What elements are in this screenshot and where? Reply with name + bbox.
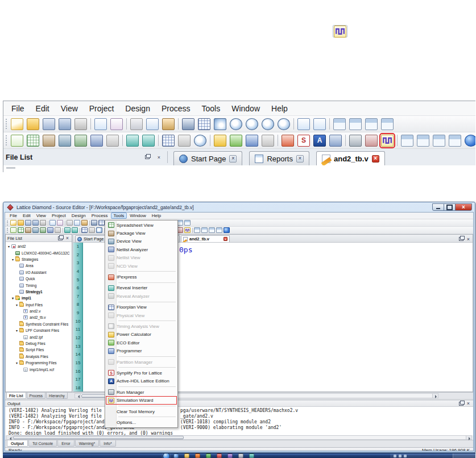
- close-tab-icon[interactable]: [223, 237, 227, 241]
- reveal-inserter-icon[interactable]: [64, 227, 71, 233]
- run-manager-icon[interactable]: [108, 389, 114, 395]
- float-panel-button[interactable]: [145, 155, 150, 159]
- app-purple-icon[interactable]: [227, 453, 233, 458]
- menu-help[interactable]: Help: [266, 104, 293, 113]
- floorplan-view-icon[interactable]: [162, 135, 175, 147]
- start-button[interactable]: [163, 453, 170, 458]
- tree-item-programming-files[interactable]: Programming Files: [6, 360, 72, 366]
- paste-icon[interactable]: [162, 118, 175, 130]
- window-c-icon[interactable]: [365, 118, 378, 130]
- physical-view-icon[interactable]: [178, 135, 191, 147]
- menu-item-floorplan-view[interactable]: Floorplan View: [106, 303, 177, 311]
- new-file-icon[interactable]: [10, 220, 16, 226]
- tab-and2-tb-v[interactable]: and2_tb.v: [316, 151, 385, 165]
- new-file-icon[interactable]: [11, 118, 23, 130]
- menu-window[interactable]: Window: [226, 104, 266, 113]
- active-hdl-icon[interactable]: A: [313, 135, 326, 147]
- spreadsheet-view-icon[interactable]: [108, 222, 114, 228]
- collapse-arrow-icon[interactable]: [15, 303, 19, 307]
- block-diagram-icon[interactable]: [329, 135, 342, 147]
- tree-item-and2-v[interactable]: and2.v: [6, 308, 72, 314]
- float-output-button[interactable]: [459, 402, 463, 406]
- close-tab-icon[interactable]: [372, 155, 379, 163]
- menu-file[interactable]: File: [6, 104, 30, 113]
- menu-item-device-view[interactable]: Device View: [106, 238, 177, 245]
- find-icon[interactable]: [91, 220, 97, 226]
- device-view-icon[interactable]: [108, 239, 114, 244]
- tab-hierarchy[interactable]: Hierarchy: [46, 393, 68, 399]
- report-magnifier-icon[interactable]: [214, 118, 226, 130]
- tray-icon[interactable]: [394, 455, 396, 457]
- ncd-view-icon[interactable]: [106, 135, 119, 147]
- window-b-icon[interactable]: [417, 135, 429, 147]
- window-a-icon[interactable]: [194, 227, 200, 233]
- menu-edit[interactable]: Edit: [20, 213, 34, 219]
- menu-item-reveal-inserter[interactable]: Reveal Inserter: [106, 284, 177, 292]
- netlist-analyzer-icon[interactable]: [90, 135, 103, 147]
- zoom-in-icon[interactable]: [230, 118, 242, 130]
- close-button[interactable]: [455, 203, 472, 211]
- floorplan-view-icon[interactable]: [81, 227, 88, 233]
- close-panel-button[interactable]: [65, 236, 70, 241]
- float-editor-button[interactable]: [459, 237, 463, 241]
- globe-icon[interactable]: [223, 227, 230, 233]
- close-panel-button[interactable]: [156, 155, 162, 160]
- globe-icon[interactable]: [465, 135, 475, 147]
- zoom-out-icon[interactable]: [246, 118, 258, 130]
- menu-item-ipexpress[interactable]: IPexpress: [106, 273, 177, 281]
- tab-file-list[interactable]: File List: [6, 393, 26, 399]
- tray-icon[interactable]: [399, 455, 402, 457]
- tray-icon[interactable]: [404, 455, 407, 457]
- spreadsheet-view-icon[interactable]: [27, 135, 39, 147]
- tree-item-lpf-constraint-files[interactable]: LPF Constraint Files: [6, 327, 72, 334]
- toolbar-grip[interactable]: [6, 135, 7, 145]
- physical-view-icon[interactable]: [89, 227, 95, 233]
- tree-item-lcmxo2-4000hc-4mg132c[interactable]: LCMXO2-4000HC-4MG132C: [6, 249, 72, 256]
- tab-start-page[interactable]: Start Page: [173, 151, 242, 165]
- eco-editor-icon[interactable]: [108, 340, 114, 345]
- eco-editor-icon[interactable]: [230, 135, 242, 147]
- tree-item-impl1[interactable]: impl1: [6, 295, 72, 301]
- menu-item-run-manager[interactable]: Run Manager: [106, 388, 177, 396]
- menu-item-simulation-wizard[interactable]: Simulation Wizard: [106, 396, 177, 404]
- close-tab-icon[interactable]: [229, 155, 237, 163]
- synplify-icon[interactable]: S: [297, 135, 310, 147]
- spreadsheet-view-icon[interactable]: [18, 227, 24, 233]
- menu-item-active-hdl-lattice-edition[interactable]: AActive-HDL Lattice Edition: [106, 377, 177, 385]
- app-gray-icon[interactable]: [238, 453, 243, 458]
- tree-item-quick[interactable]: Quick: [6, 276, 72, 282]
- print-icon[interactable]: [74, 118, 87, 130]
- save-all-icon[interactable]: [59, 118, 71, 130]
- device-view-icon[interactable]: [32, 227, 39, 233]
- media-player-icon[interactable]: [195, 453, 200, 458]
- timing-analysis-icon[interactable]: [108, 323, 114, 329]
- package-view-icon[interactable]: [108, 231, 114, 236]
- menu-window[interactable]: Window: [127, 213, 148, 219]
- menu-item-eco-editor[interactable]: ECO Editor: [106, 339, 177, 347]
- tree-item-and2[interactable]: and2: [6, 243, 72, 249]
- collapse-arrow-icon[interactable]: [15, 361, 19, 365]
- tree-item-debug-files[interactable]: Debug Files: [6, 340, 72, 347]
- active-hdl-icon[interactable]: A: [108, 378, 114, 384]
- table-icon[interactable]: [198, 118, 210, 130]
- floorplan-view-icon[interactable]: [108, 305, 114, 310]
- save-icon[interactable]: [43, 118, 55, 130]
- copy-icon[interactable]: [146, 118, 159, 130]
- reveal-analyzer-icon[interactable]: [108, 293, 114, 299]
- power-calculator-icon[interactable]: [214, 135, 226, 147]
- menu-item-programmer[interactable]: Programmer: [106, 347, 177, 355]
- simulation-wizard-icon[interactable]: [108, 398, 114, 403]
- toolbar-grip[interactable]: [7, 220, 8, 226]
- reveal-analyzer-icon[interactable]: [142, 135, 155, 147]
- print-icon[interactable]: [40, 220, 46, 226]
- check-doc2-icon[interactable]: [313, 118, 326, 130]
- table-icon[interactable]: [98, 220, 105, 226]
- hdl-diagram-icon[interactable]: [40, 227, 46, 233]
- menu-file[interactable]: File: [7, 213, 20, 219]
- tab-reports[interactable]: Reports: [249, 151, 309, 165]
- tab-process[interactable]: Process: [27, 393, 45, 399]
- device-view-icon[interactable]: [59, 135, 71, 147]
- menu-edit[interactable]: Edit: [30, 104, 55, 113]
- edit-check-icon[interactable]: [11, 135, 23, 147]
- power-calculator-icon[interactable]: [108, 332, 114, 338]
